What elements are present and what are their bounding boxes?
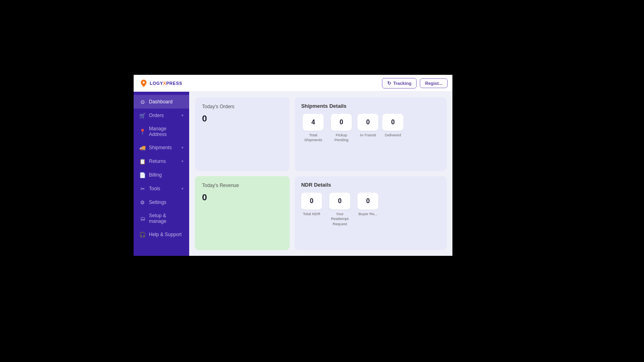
in-transit-label: In-Transit xyxy=(360,133,376,138)
tracking-label: Tracking xyxy=(393,81,411,86)
pickup-pending-value: 0 xyxy=(331,114,352,131)
sidebar-item-label: Manage Address xyxy=(149,126,184,137)
chevron-down-icon: ▾ xyxy=(182,159,184,163)
settings-icon: ⚙ xyxy=(139,199,146,206)
todays-orders-value: 0 xyxy=(202,113,283,124)
billing-icon: 📄 xyxy=(139,172,146,178)
total-shipments-label: Total Shipments xyxy=(301,133,325,143)
sidebar-item-manage-address[interactable]: 📍 Manage Address xyxy=(134,122,189,141)
setup-icon: 🗂 xyxy=(139,215,146,222)
reattempt-stat: 0 Your Reattempt Request xyxy=(328,193,352,226)
sidebar-item-orders[interactable]: 🛒 Orders ▾ xyxy=(134,109,189,122)
chevron-down-icon: ▾ xyxy=(182,187,184,191)
todays-orders-card: Today's Orders 0 xyxy=(195,97,290,171)
sidebar-item-label: Tools xyxy=(149,186,160,191)
sidebar-item-label: Settings xyxy=(149,200,166,205)
sidebar-item-label: Orders xyxy=(149,113,164,118)
in-transit-stat: 0 In-Transit xyxy=(357,114,378,143)
todays-revenue-card: Today's Revenue 0 xyxy=(195,176,290,250)
chevron-down-icon: ▾ xyxy=(182,146,184,150)
delivered-stat: 0 Delivered xyxy=(382,114,403,143)
svg-point-0 xyxy=(143,82,145,84)
register-button[interactable]: Regist... xyxy=(420,78,448,88)
register-label: Regist... xyxy=(425,81,442,86)
sidebar-item-settings[interactable]: ⚙ Settings xyxy=(134,195,189,209)
main-area: ↻ Tracking Regist... Today's Orders 0 Sh… xyxy=(189,75,452,256)
sidebar-item-dashboard[interactable]: ⊙ Dashboard xyxy=(134,95,189,109)
buyer-request-label: Buyer Re... xyxy=(358,212,378,216)
sidebar: LOGYXPRESS ⊙ Dashboard 🛒 Orders ▾ 📍 Mana… xyxy=(134,75,189,256)
manage-address-icon: 📍 xyxy=(139,128,146,135)
logo-icon xyxy=(139,79,148,88)
sidebar-item-label: Help & Support xyxy=(149,232,182,237)
sidebar-item-label: Shipments xyxy=(149,145,172,150)
shipments-details-card: Shipments Details 4 Total Shipments 0 Pi… xyxy=(295,97,447,171)
logo-text: LOGYXPRESS xyxy=(150,81,182,86)
tracking-button[interactable]: ↻ Tracking xyxy=(382,78,417,88)
sidebar-item-shipments[interactable]: 🚚 Shipments ▾ xyxy=(134,141,189,154)
delivered-label: Delivered xyxy=(385,133,401,138)
sidebar-item-label: Returns xyxy=(149,158,166,164)
in-transit-value: 0 xyxy=(357,114,378,131)
ndr-details-title: NDR Details xyxy=(301,182,440,188)
delivered-value: 0 xyxy=(382,114,403,131)
sidebar-item-help-support[interactable]: 🎧 Help & Support xyxy=(134,228,189,241)
sidebar-item-billing[interactable]: 📄 Billing xyxy=(134,168,189,182)
sidebar-item-label: Dashboard xyxy=(149,99,173,105)
help-icon: 🎧 xyxy=(139,231,146,238)
sidebar-item-tools[interactable]: ✂ Tools ▾ xyxy=(134,182,189,195)
returns-icon: 📋 xyxy=(139,158,146,165)
total-ndr-stat: 0 Total NDR xyxy=(301,193,322,226)
tools-icon: ✂ xyxy=(139,185,146,192)
shipments-icon: 🚚 xyxy=(139,144,146,151)
reattempt-label: Your Reattempt Request xyxy=(328,212,352,226)
chevron-down-icon: ▾ xyxy=(182,113,184,117)
ndr-details-card: NDR Details 0 Total NDR 0 Your Reattempt… xyxy=(295,176,447,250)
topbar: ↻ Tracking Regist... xyxy=(189,75,452,92)
shipments-details-title: Shipments Details xyxy=(301,103,440,109)
todays-revenue-value: 0 xyxy=(202,192,283,203)
dashboard-icon: ⊙ xyxy=(139,99,146,105)
pickup-pending-label: Pickup Pending xyxy=(329,133,353,143)
refresh-icon: ↻ xyxy=(387,80,391,86)
total-shipments-stat: 4 Total Shipments xyxy=(301,114,325,143)
buyer-request-stat: 0 Buyer Re... xyxy=(357,193,378,226)
shipments-stats-row: 4 Total Shipments 0 Pickup Pending 0 In-… xyxy=(301,114,440,143)
sidebar-item-label: Billing xyxy=(149,172,162,178)
sidebar-item-setup-manage[interactable]: 🗂 Setup & manage xyxy=(134,209,189,228)
sidebar-item-label: Setup & manage xyxy=(149,213,184,224)
logo: LOGYXPRESS xyxy=(134,75,189,92)
buyer-request-value: 0 xyxy=(357,193,378,210)
total-ndr-value: 0 xyxy=(301,193,322,210)
sidebar-item-returns[interactable]: 📋 Returns ▾ xyxy=(134,154,189,168)
reattempt-value: 0 xyxy=(329,193,350,210)
total-ndr-label: Total NDR xyxy=(303,212,320,216)
todays-orders-title: Today's Orders xyxy=(202,104,283,109)
ndr-stats-row: 0 Total NDR 0 Your Reattempt Request 0 B… xyxy=(301,193,440,226)
sidebar-nav: ⊙ Dashboard 🛒 Orders ▾ 📍 Manage Address … xyxy=(134,92,189,256)
todays-revenue-title: Today's Revenue xyxy=(202,183,283,188)
pickup-pending-stat: 0 Pickup Pending xyxy=(329,114,353,143)
dashboard-content: Today's Orders 0 Shipments Details 4 Tot… xyxy=(189,92,452,256)
orders-icon: 🛒 xyxy=(139,112,146,119)
total-shipments-value: 4 xyxy=(303,114,324,131)
